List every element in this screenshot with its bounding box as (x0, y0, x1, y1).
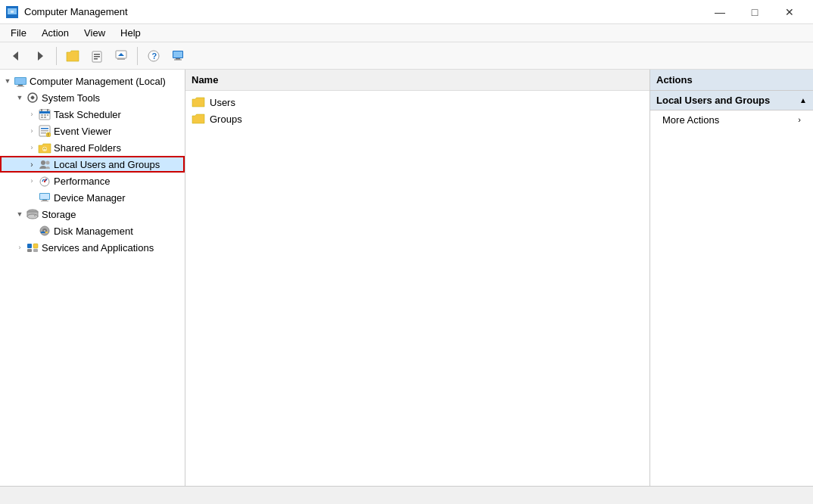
performance-icon (38, 174, 51, 188)
performance-expander: › (26, 177, 38, 185)
svg-rect-58 (41, 232, 45, 233)
svg-point-43 (46, 161, 50, 165)
event-viewer-expander: › (26, 127, 38, 135)
svg-point-53 (27, 214, 38, 219)
more-actions-submenu-icon: › (798, 115, 801, 124)
svg-rect-23 (17, 86, 24, 87)
svg-rect-38 (41, 132, 46, 134)
svg-rect-12 (117, 58, 125, 60)
disk-management-label: Disk Management (54, 226, 133, 237)
actions-item-more-actions[interactable]: More Actions › (650, 110, 813, 129)
disk-management-icon (38, 224, 51, 238)
local-users-label: Local Users and Groups (54, 159, 160, 170)
storage-icon (26, 207, 39, 221)
toolbar-export-button[interactable] (110, 45, 132, 67)
shared-folders-label: Shared Folders (54, 142, 121, 154)
tree-item-shared-folders[interactable]: › Shared Folders (0, 139, 185, 156)
svg-rect-61 (33, 244, 38, 248)
more-actions-label: More Actions (662, 114, 719, 126)
actions-header-label: Actions (656, 74, 693, 86)
menu-action[interactable]: Action (34, 26, 76, 40)
tree-item-local-users-groups[interactable]: › Local Users and Groups (0, 156, 185, 173)
event-viewer-label: Event Viewer (54, 126, 111, 137)
tree-root[interactable]: ▼ Computer Management (Local) (0, 73, 185, 89)
toolbar-properties-button[interactable] (86, 45, 108, 67)
toolbar-monitor-button[interactable] (167, 45, 189, 67)
shared-folders-icon (38, 141, 51, 154)
tree-panel: ▼ Computer Management (Local) ▼ (0, 70, 185, 486)
services-apps-icon (26, 241, 39, 254)
svg-point-57 (44, 230, 45, 232)
toolbar-back-button[interactable] (5, 45, 27, 67)
main-area: ▼ Computer Management (Local) ▼ (0, 70, 813, 486)
actions-section-title: Local Users and Groups (656, 95, 770, 106)
content-header-label: Name (192, 74, 218, 86)
root-icon (14, 74, 27, 88)
event-viewer-icon: ! (38, 124, 51, 138)
toolbar-separator-1 (56, 47, 57, 65)
shared-folders-expander: › (26, 144, 38, 151)
services-apps-label: Services and Applications (42, 242, 154, 254)
tree-item-disk-management[interactable]: Disk Management (0, 222, 185, 239)
svg-rect-50 (41, 201, 48, 201)
svg-rect-4 (11, 11, 14, 13)
toolbar-help-button[interactable]: ? (142, 45, 165, 67)
local-users-icon (38, 157, 51, 171)
actions-section-local-users[interactable]: Local Users and Groups ▲ (650, 91, 813, 110)
tree-item-performance[interactable]: › Performance (0, 173, 185, 189)
svg-rect-17 (173, 51, 182, 58)
svg-rect-62 (27, 249, 32, 252)
svg-rect-22 (18, 85, 23, 86)
svg-rect-34 (47, 109, 48, 111)
minimize-button[interactable]: — (702, 0, 737, 24)
storage-label: Storage (42, 209, 76, 220)
svg-rect-63 (33, 249, 38, 252)
tree-item-storage[interactable]: ▼ Storage (0, 206, 185, 222)
system-tools-icon (26, 91, 39, 104)
task-scheduler-icon (38, 107, 51, 121)
menu-help[interactable]: Help (113, 26, 148, 40)
content-panel: Name Users Groups (185, 70, 650, 486)
task-scheduler-expander: › (26, 110, 38, 118)
services-apps-expander: › (14, 244, 26, 251)
svg-rect-49 (42, 200, 47, 201)
content-list: Users Groups (185, 91, 649, 486)
svg-rect-1 (9, 15, 15, 17)
svg-rect-27 (39, 111, 50, 114)
svg-rect-19 (174, 59, 182, 60)
list-item-users[interactable]: Users (185, 94, 649, 110)
tree-item-device-manager[interactable]: Device Manager (0, 189, 185, 206)
tree-item-system-tools[interactable]: ▼ System Tools (0, 89, 185, 106)
window-title: Computer Management (24, 6, 128, 17)
tree-item-services-apps[interactable]: › Services and Applications (0, 239, 185, 256)
toolbar-forward-button[interactable] (29, 45, 51, 67)
tree-item-event-viewer[interactable]: › ! Event Viewer (0, 123, 185, 139)
toolbar-separator-2 (137, 47, 138, 65)
task-scheduler-label: Task Scheduler (54, 109, 121, 120)
device-manager-label: Device Manager (54, 192, 126, 204)
svg-rect-9 (94, 56, 100, 58)
device-manager-icon (38, 191, 51, 204)
svg-rect-31 (41, 117, 43, 118)
content-header: Name (185, 70, 649, 91)
svg-rect-28 (41, 114, 43, 116)
tree-item-task-scheduler[interactable]: › Task Scheduler (0, 106, 185, 123)
close-button[interactable]: ✕ (772, 0, 807, 24)
menu-file[interactable]: File (3, 26, 34, 40)
actions-header: Actions (650, 70, 813, 91)
window-controls: — □ ✕ (702, 0, 807, 24)
list-item-groups[interactable]: Groups (185, 110, 649, 127)
menu-view[interactable]: View (76, 26, 113, 40)
performance-label: Performance (54, 176, 110, 187)
toolbar-folder-button[interactable] (61, 45, 84, 67)
maximize-button[interactable]: □ (737, 0, 772, 24)
svg-point-25 (31, 96, 34, 99)
svg-rect-37 (41, 130, 48, 132)
svg-rect-48 (40, 194, 49, 199)
menu-bar: File Action View Help (0, 24, 813, 42)
title-bar-left: Computer Management (6, 6, 128, 18)
status-bar (0, 486, 813, 504)
svg-rect-32 (44, 117, 46, 118)
system-tools-label: System Tools (42, 92, 100, 104)
svg-point-42 (41, 160, 45, 165)
